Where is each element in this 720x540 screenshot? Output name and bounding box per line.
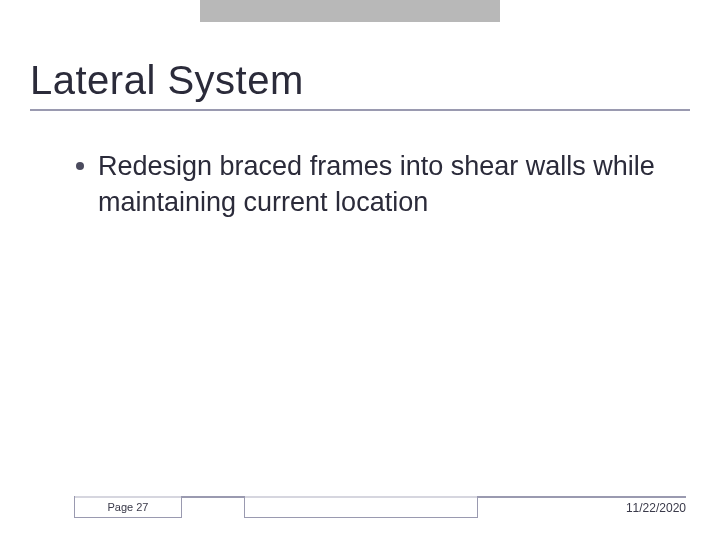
top-decorative-bar <box>200 0 500 22</box>
title-block: Lateral System <box>30 58 690 111</box>
footer-middle-box <box>244 496 478 518</box>
page-number-box: Page 27 <box>74 496 182 518</box>
footer: Page 27 11/22/2020 <box>0 496 720 520</box>
content-area: Redesign braced frames into shear walls … <box>76 148 680 221</box>
footer-date: 11/22/2020 <box>626 501 686 515</box>
slide-title: Lateral System <box>30 58 690 103</box>
bullet-dot-icon <box>76 162 84 170</box>
title-underline <box>30 109 690 111</box>
page-number-label: Page 27 <box>108 501 149 513</box>
bullet-text: Redesign braced frames into shear walls … <box>98 148 680 221</box>
bullet-item: Redesign braced frames into shear walls … <box>76 148 680 221</box>
